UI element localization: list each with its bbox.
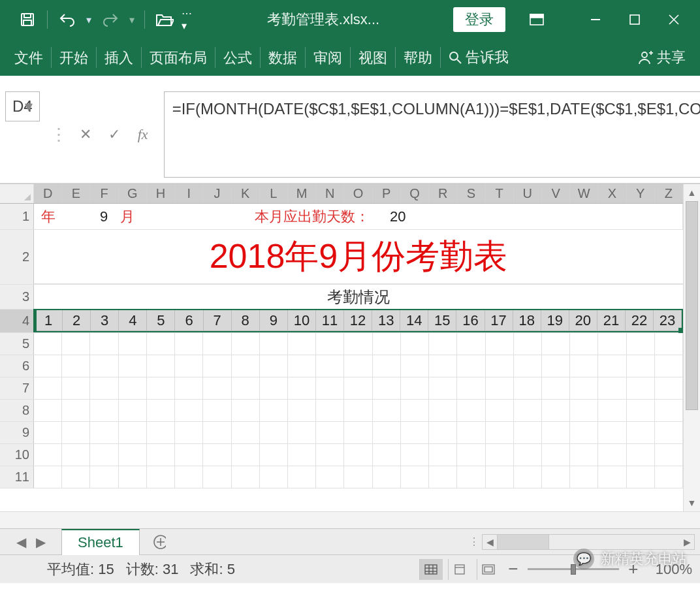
cell[interactable]: [203, 444, 231, 466]
sheet-tab[interactable]: Sheet1: [61, 529, 140, 555]
cell[interactable]: 5: [147, 310, 175, 331]
tab-view[interactable]: 视图: [351, 39, 395, 76]
cell[interactable]: [598, 400, 626, 421]
col-header[interactable]: J: [203, 184, 231, 203]
cell[interactable]: [627, 400, 655, 421]
cell[interactable]: [655, 377, 683, 399]
cell[interactable]: [34, 400, 62, 421]
cell[interactable]: [429, 355, 457, 377]
ribbon-display-options-icon[interactable]: [517, 9, 556, 30]
page-break-view-icon[interactable]: [477, 559, 500, 580]
normal-view-icon[interactable]: [419, 559, 443, 580]
cell[interactable]: 11: [316, 310, 344, 331]
col-header[interactable]: S: [457, 184, 485, 203]
cell[interactable]: [62, 355, 90, 377]
col-header[interactable]: Z: [655, 184, 683, 203]
cell[interactable]: [514, 377, 542, 399]
cell[interactable]: [457, 466, 485, 488]
cell[interactable]: [62, 400, 90, 421]
undo-dropdown-icon[interactable]: ▾: [84, 9, 93, 30]
tab-split-handle-icon[interactable]: ⋮: [469, 535, 479, 548]
cell[interactable]: 6: [175, 310, 203, 331]
cell[interactable]: 10: [288, 310, 316, 331]
col-header[interactable]: P: [373, 184, 401, 203]
col-header[interactable]: X: [598, 184, 626, 203]
tab-formulas[interactable]: 公式: [215, 39, 260, 76]
cell[interactable]: [316, 377, 344, 399]
cell[interactable]: [627, 422, 655, 443]
row-header[interactable]: 6: [0, 355, 34, 377]
cell[interactable]: [401, 377, 429, 399]
cell[interactable]: [147, 444, 175, 466]
cell[interactable]: [175, 444, 203, 466]
cell[interactable]: [90, 422, 118, 443]
cell[interactable]: [260, 333, 288, 355]
cell[interactable]: [316, 333, 344, 355]
cell[interactable]: [232, 466, 260, 488]
cell[interactable]: [232, 333, 260, 355]
cell[interactable]: [175, 466, 203, 488]
row-header[interactable]: 2: [0, 230, 34, 284]
tab-data[interactable]: 数据: [261, 39, 305, 76]
redo-icon[interactable]: [99, 9, 122, 30]
cell[interactable]: [542, 377, 570, 399]
cell[interactable]: [486, 333, 514, 355]
cell[interactable]: [570, 422, 598, 443]
title-merged-cell[interactable]: 2018年9月份考勤表: [34, 230, 683, 284]
cell[interactable]: [486, 422, 514, 443]
cell[interactable]: [34, 355, 62, 377]
cell[interactable]: [570, 466, 598, 488]
cell[interactable]: [598, 466, 626, 488]
cell[interactable]: [260, 422, 288, 443]
cell[interactable]: 22: [626, 310, 654, 331]
cell[interactable]: 12: [344, 310, 372, 331]
undo-icon[interactable]: [56, 9, 79, 30]
tab-file[interactable]: 文件: [7, 39, 51, 76]
cell[interactable]: [147, 466, 175, 488]
cell[interactable]: [598, 422, 626, 443]
vertical-scrollbar[interactable]: ▲ ▼: [683, 184, 700, 511]
login-button[interactable]: 登录: [453, 7, 505, 32]
cell[interactable]: [542, 400, 570, 421]
cell[interactable]: [344, 422, 372, 443]
cell[interactable]: 19: [541, 310, 569, 331]
qat-customize-icon[interactable]: ⋯▾: [182, 9, 192, 30]
cell[interactable]: [344, 377, 372, 399]
cell[interactable]: [373, 377, 401, 399]
horizontal-scrollbar[interactable]: ◀ ▶: [482, 534, 695, 550]
cell[interactable]: [373, 466, 401, 488]
row-header[interactable]: 11: [0, 466, 34, 488]
cell[interactable]: [147, 422, 175, 443]
cell[interactable]: [373, 400, 401, 421]
cell[interactable]: [203, 355, 231, 377]
cell[interactable]: 17: [485, 310, 513, 331]
name-box-dropdown-icon[interactable]: ▾: [21, 95, 37, 118]
cell[interactable]: 1: [35, 310, 63, 331]
tab-review[interactable]: 审阅: [306, 39, 350, 76]
tab-page-layout[interactable]: 页面布局: [142, 39, 215, 76]
col-header[interactable]: M: [288, 184, 316, 203]
col-header[interactable]: Q: [401, 184, 429, 203]
cell[interactable]: [232, 355, 260, 377]
cell[interactable]: [147, 377, 175, 399]
cell[interactable]: 20: [370, 204, 426, 229]
cell[interactable]: [514, 466, 542, 488]
cell[interactable]: [429, 400, 457, 421]
cell[interactable]: [627, 355, 655, 377]
cell[interactable]: 年: [34, 204, 63, 229]
cell[interactable]: [457, 400, 485, 421]
cell[interactable]: [429, 377, 457, 399]
col-header[interactable]: W: [570, 184, 598, 203]
cell[interactable]: [203, 333, 231, 355]
cell[interactable]: [426, 204, 682, 229]
cell[interactable]: [288, 400, 316, 421]
cell[interactable]: [429, 422, 457, 443]
cell[interactable]: 21: [597, 310, 626, 331]
cell[interactable]: [90, 355, 118, 377]
cell[interactable]: [232, 422, 260, 443]
row-header[interactable]: 9: [0, 422, 34, 443]
cell[interactable]: [486, 400, 514, 421]
cell[interactable]: [119, 444, 147, 466]
cell[interactable]: [373, 422, 401, 443]
cell[interactable]: [344, 466, 372, 488]
